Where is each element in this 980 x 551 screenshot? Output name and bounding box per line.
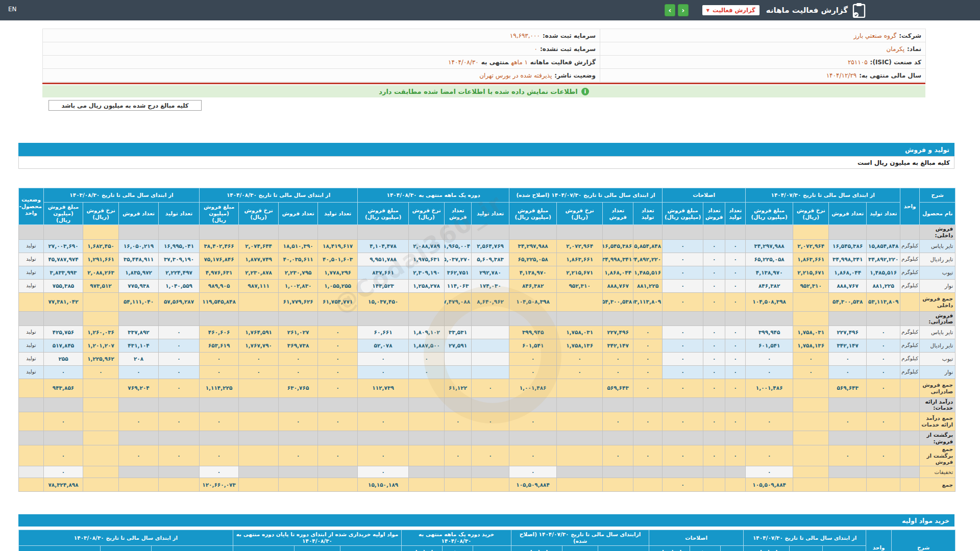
value-cell: ۰ — [509, 466, 557, 478]
subcolumn-header: مقدار — [340, 546, 402, 551]
value-cell: ۷۵,۱۷۶,۸۴۶ — [200, 253, 239, 266]
value-cell: ۲,۰۸۸,۲۶۳ — [83, 266, 119, 279]
language-switch-link[interactable]: EN — [8, 6, 17, 13]
value-cell: ۰ — [633, 445, 663, 466]
value-cell — [472, 339, 509, 352]
unregistered-capital-value: ۰ — [534, 45, 537, 53]
value-cell — [472, 365, 509, 379]
subcolumn-header: مبلغ (میلیون ریال) — [233, 546, 295, 551]
nav-forward-button[interactable]: › — [678, 4, 689, 16]
value-cell: ۰ — [279, 412, 318, 431]
value-cell: ۰ — [663, 365, 703, 379]
header-group-row: شرحواحداز ابتدای سال مالی تا تاریخ ۱۴۰۴/… — [19, 530, 955, 546]
value-cell: ۸۴۶,۳۸۲ — [746, 279, 793, 292]
value-cell — [445, 466, 472, 478]
value-cell: ۰ — [159, 339, 200, 352]
row-label-cell: نوار — [920, 279, 955, 292]
period-group-header: اصلاحات — [649, 530, 744, 546]
value-cell — [200, 225, 239, 239]
value-cell: ۰ — [703, 325, 725, 339]
unit-column-header: واحد — [900, 188, 920, 225]
header-subcol-row: مقدارنرخ (ریال)مبلغ (میلیون ریال)مقدارنر… — [19, 546, 955, 551]
value-cell: ۰ — [703, 253, 725, 266]
value-cell: ۰ — [472, 412, 509, 431]
value-cell — [318, 311, 358, 325]
value-cell — [44, 431, 83, 445]
value-cell: ۲,۲۱۵,۶۷۱ — [557, 266, 603, 279]
value-cell: ۱۰۵,۵۰۹,۸۸۴ — [509, 478, 557, 491]
table-row-sum: جمع فروش داخلی۵۳,۱۱۳,۸۰۹۵۴,۳۰۰,۵۳۸۱۰۴,۵۰… — [19, 292, 955, 311]
value-cell: ۰ — [703, 339, 725, 352]
nav-back-button[interactable]: ‹ — [665, 4, 675, 16]
value-cell — [239, 397, 279, 412]
info-icon: i — [581, 88, 589, 95]
value-cell: ۳۶۹,۷۳۸ — [279, 339, 318, 352]
value-cell: ۰ — [725, 325, 746, 339]
value-cell: ۲,۰۷۴,۶۴۴ — [239, 239, 279, 253]
value-cell — [279, 397, 318, 412]
value-cell: ۵,۰۳۷,۲۷۰ — [445, 253, 472, 266]
status-cell: تولید — [19, 239, 44, 253]
unregistered-capital-label: سرمایه ثبت نشده: — [540, 45, 596, 53]
value-cell: ۴,۱۰۴,۴۷۸ — [358, 239, 409, 253]
value-cell — [603, 478, 633, 491]
value-cell: ۱۲۰,۶۶۰,۰۷۳ — [200, 478, 239, 491]
subcolumn-header: نرخ (ریال) — [562, 546, 598, 551]
table-row-product: تیوبکیلوگرم۱,۴۸۵,۵۱۶۱,۸۶۸,۰۴۴۲,۲۱۵,۶۷۱۴,… — [19, 266, 955, 279]
value-cell: ۳۸,۴۰۲,۴۶۶ — [200, 239, 239, 253]
value-cell — [509, 431, 557, 445]
value-cell — [557, 311, 603, 325]
value-cell: ۰ — [867, 365, 900, 379]
value-cell: ۱,۸۶۳,۶۶۱ — [557, 253, 603, 266]
value-cell — [703, 431, 725, 445]
value-cell — [119, 397, 159, 412]
value-cell — [557, 292, 603, 311]
value-cell: ۱۶,۵۴۵,۳۸۶ — [829, 239, 867, 253]
value-cell: ۰ — [663, 325, 703, 339]
value-cell — [409, 431, 445, 445]
value-cell — [409, 292, 445, 311]
period-group-header: از ابتدای سال مالی تا تاریخ ۱۴۰۴/۰۷/۳۰ — [744, 530, 866, 546]
value-cell: ۱,۲۰۱,۲۰۷ — [83, 339, 119, 352]
value-cell: ۱,۸۸۷,۵۰۰ — [409, 339, 445, 352]
value-cell — [318, 466, 358, 478]
value-cell: ۰ — [557, 352, 603, 365]
value-cell: ۹۴۳,۸۵۶ — [44, 379, 83, 397]
value-cell: ۲۲۷,۴۹۶ — [603, 325, 633, 339]
value-cell: ۰ — [725, 445, 746, 466]
desc-column-header: شرح — [892, 530, 955, 551]
value-cell — [119, 225, 159, 239]
report-period-ending-date: ۱۴۰۴/۰۸/۳۰ — [448, 59, 479, 66]
subcolumn-header: مبلغ (میلیون ریال) — [744, 546, 790, 551]
value-cell: ۱,۱۱۴,۲۲۵ — [200, 379, 239, 397]
table-row-product: تیوبکیلوگرم۰۰۰۰۰۰۰۰۰۰۰۰۰۰۰۰۰۰۲۰۸۱,۲۲۵,۹۶… — [19, 352, 955, 365]
value-cell — [119, 466, 159, 478]
value-cell — [829, 478, 867, 491]
value-cell — [83, 225, 119, 239]
value-cell: ۶۰۱,۵۴۱ — [509, 339, 557, 352]
value-cell: ۱,۰۵۵,۲۵۵ — [318, 279, 358, 292]
unit-cell: کیلوگرم — [900, 266, 920, 279]
value-cell — [239, 225, 279, 239]
subcolumn-header: مبلغ فروش (میلیون ریال) — [44, 203, 83, 225]
value-cell: ۷۷,۳۸۱,۰۴۲ — [44, 292, 83, 311]
value-cell — [318, 431, 358, 445]
unit-cell: کیلوگرم — [900, 253, 920, 266]
header-group-row: شرحواحداز ابتدای سال مالی تا تاریخ ۱۴۰۴/… — [19, 188, 955, 203]
value-cell: ۰ — [829, 445, 867, 466]
value-cell: ۰ — [829, 365, 867, 379]
value-cell: ۰ — [159, 325, 200, 339]
value-cell: ۰ — [746, 466, 793, 478]
value-cell: ۸۸۸,۷۶۷ — [603, 279, 633, 292]
value-cell — [358, 431, 409, 445]
value-cell — [472, 478, 509, 491]
period-group-header: از ابتدای سال مالی تا تاریخ ۱۴۰۳/۰۸/۳۰ — [44, 188, 200, 203]
subcolumn-header: تعداد تولید — [472, 203, 509, 225]
value-cell: ۱,۲۶۰,۰۳۶ — [83, 325, 119, 339]
value-cell: ۶۵,۲۲۵,۰۵۸ — [509, 253, 557, 266]
report-type-dropdown[interactable]: گزارش فعالیت ▼ — [702, 5, 760, 15]
value-cell — [159, 397, 200, 412]
value-cell: ۱,۷۵۸,۰۳۱ — [557, 325, 603, 339]
value-cell — [793, 445, 829, 466]
subcolumn-header: مقدار — [473, 546, 511, 551]
